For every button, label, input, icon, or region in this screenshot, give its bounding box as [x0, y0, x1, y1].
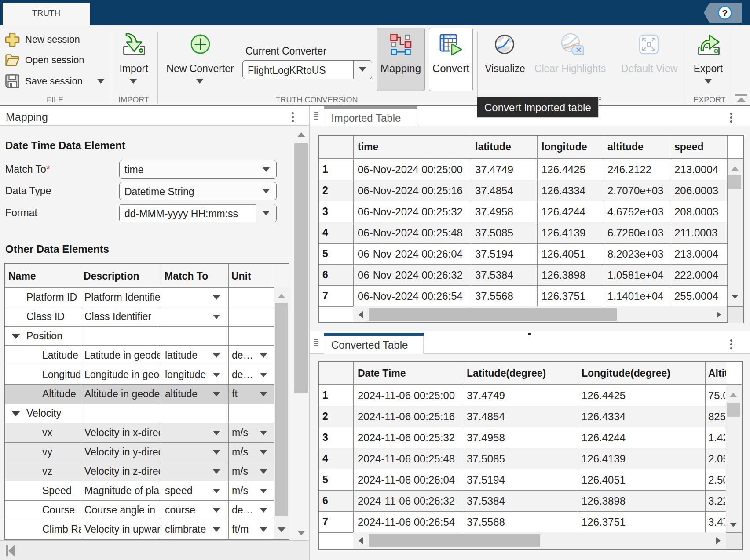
svg-text:?: ?	[722, 8, 728, 18]
